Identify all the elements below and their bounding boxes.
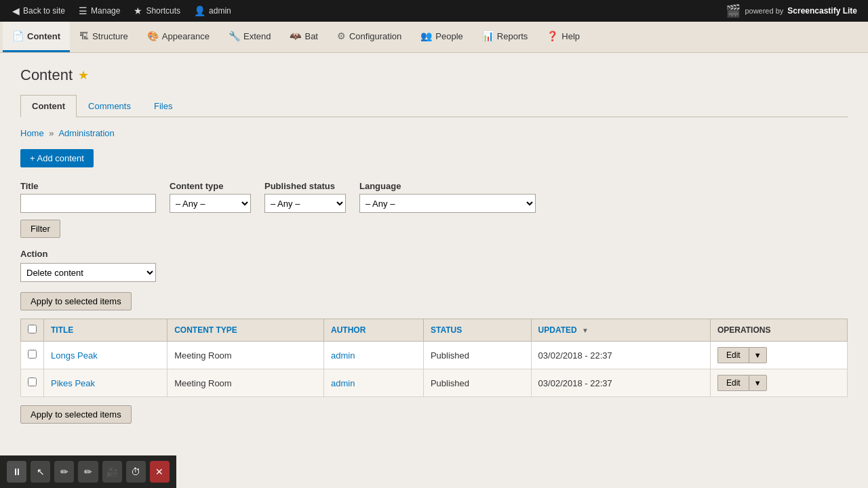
star-icon: ★ <box>134 5 142 16</box>
row-1-edit-group: Edit ▼ <box>717 347 840 363</box>
row-1-operations-cell: Edit ▼ <box>710 342 847 369</box>
th-author[interactable]: AUTHOR <box>324 319 424 342</box>
screencastify-film-icon: 🎬 <box>726 3 741 18</box>
apply-top-button[interactable]: Apply to selected items <box>20 292 132 310</box>
select-all-header <box>21 319 44 342</box>
admin-bar: ◀ Back to site ☰ Manage ★ Shortcuts 👤 ad… <box>0 0 868 22</box>
screencastify-brand: 🎬 powered by Screencastify Lite <box>720 3 863 18</box>
row-1-status-cell: Published <box>423 342 531 369</box>
user-icon: 👤 <box>194 5 205 16</box>
content-nav-icon: 📄 <box>12 30 24 41</box>
back-icon: ◀ <box>12 5 20 16</box>
nav-help[interactable]: ❓ Help <box>537 22 589 52</box>
people-nav-icon: 👥 <box>420 30 432 41</box>
row-2-title-cell: Pikes Peak <box>44 369 167 397</box>
shortcuts-menu[interactable]: ★ Shortcuts <box>127 0 187 22</box>
row-1-author-link[interactable]: admin <box>331 350 355 361</box>
select-all-checkbox[interactable] <box>28 325 37 333</box>
content-type-select[interactable]: – Any – <box>170 194 251 213</box>
published-status-select[interactable]: – Any – <box>264 194 346 213</box>
add-content-button[interactable]: + Add content <box>20 149 94 167</box>
tab-comments[interactable]: Comments <box>77 95 142 117</box>
favorite-star-icon[interactable]: ★ <box>78 68 89 83</box>
row-2-content-type-cell: Meeting Room <box>167 369 324 397</box>
row-2-operations-cell: Edit ▼ <box>710 369 847 397</box>
published-status-label: Published status <box>264 181 346 191</box>
action-section: Action Delete content Apply to selected … <box>20 249 848 310</box>
help-nav-icon: ❓ <box>547 30 558 41</box>
nav-bar: 📄 Content 🏗 Structure 🎨 Appearance 🔧 Ext… <box>0 22 868 53</box>
row-2-title-link[interactable]: Pikes Peak <box>51 378 95 388</box>
row-2-edit-button[interactable]: Edit <box>717 375 749 391</box>
breadcrumb: Home » Administration <box>20 128 848 138</box>
row-2-checkbox[interactable] <box>28 378 37 386</box>
bat-nav-icon: 🦇 <box>290 30 301 41</box>
nav-people[interactable]: 👥 People <box>411 22 472 52</box>
breadcrumb-administration[interactable]: Administration <box>58 128 114 138</box>
tab-content[interactable]: Content <box>20 95 77 117</box>
content-table: TITLE CONTENT TYPE AUTHOR STATUS UPDATED… <box>20 319 848 397</box>
title-filter-field: Title <box>20 181 156 213</box>
content-tabs: Content Comments Files <box>20 95 848 117</box>
tab-files[interactable]: Files <box>142 95 184 117</box>
filter-row: Title Content type – Any – Published sta… <box>20 181 848 213</box>
filter-button[interactable]: Filter <box>20 220 60 238</box>
table-row: Longs Peak Meeting Room admin Published … <box>21 342 848 369</box>
nav-configuration[interactable]: ⚙ Configuration <box>328 22 411 52</box>
row-2-status-cell: Published <box>423 369 531 397</box>
page-title: Content ★ <box>20 66 848 84</box>
row-1-title-link[interactable]: Longs Peak <box>51 350 98 361</box>
manage-menu[interactable]: ☰ Manage <box>72 0 127 22</box>
row-1-checkbox-cell <box>21 342 44 369</box>
row-2-author-link[interactable]: admin <box>331 378 355 388</box>
row-1-checkbox[interactable] <box>28 350 37 359</box>
nav-bat[interactable]: 🦇 Bat <box>280 22 328 52</box>
row-1-edit-button[interactable]: Edit <box>717 347 749 363</box>
appearance-nav-icon: 🎨 <box>147 30 159 41</box>
reports-nav-icon: 📊 <box>482 30 494 41</box>
breadcrumb-home[interactable]: Home <box>20 128 44 138</box>
th-status[interactable]: STATUS <box>423 319 531 342</box>
th-operations: OPERATIONS <box>710 319 847 342</box>
nav-appearance[interactable]: 🎨 Appearance <box>138 22 219 52</box>
row-1-author-cell: admin <box>324 342 424 369</box>
main-content: Content ★ Content Comments Files Home » … <box>0 53 868 455</box>
filter-section: Title Content type – Any – Published sta… <box>20 181 848 238</box>
action-label: Action <box>20 249 848 259</box>
action-row: Delete content <box>20 263 848 282</box>
manage-icon: ☰ <box>79 5 87 16</box>
language-filter-field: Language – Any – <box>359 181 536 213</box>
row-1-updated-cell: 03/02/2018 - 22:37 <box>531 342 710 369</box>
row-1-content-type-cell: Meeting Room <box>167 342 324 369</box>
nav-reports[interactable]: 📊 Reports <box>473 22 538 52</box>
th-title[interactable]: TITLE <box>44 319 167 342</box>
language-label: Language <box>359 181 536 191</box>
row-1-title-cell: Longs Peak <box>44 342 167 369</box>
row-2-dropdown-button[interactable]: ▼ <box>749 375 767 391</box>
row-2-edit-group: Edit ▼ <box>717 375 840 391</box>
row-2-author-cell: admin <box>324 369 424 397</box>
action-select[interactable]: Delete content <box>20 263 156 282</box>
nav-content[interactable]: 📄 Content <box>3 22 70 52</box>
apply-bottom-button[interactable]: Apply to selected items <box>20 405 132 424</box>
table-row: Pikes Peak Meeting Room admin Published … <box>21 369 848 397</box>
nav-structure[interactable]: 🏗 Structure <box>70 22 138 52</box>
sort-arrow-icon: ▼ <box>582 327 589 334</box>
title-filter-label: Title <box>20 181 156 191</box>
row-2-updated-cell: 03/02/2018 - 22:37 <box>531 369 710 397</box>
th-content-type[interactable]: CONTENT TYPE <box>167 319 324 342</box>
nav-extend[interactable]: 🔧 Extend <box>219 22 280 52</box>
title-filter-input[interactable] <box>20 194 156 213</box>
published-status-filter-field: Published status – Any – <box>264 181 346 213</box>
admin-user[interactable]: 👤 admin <box>187 0 238 22</box>
row-1-dropdown-button[interactable]: ▼ <box>749 347 767 363</box>
content-type-filter-field: Content type – Any – <box>170 181 251 213</box>
back-to-site[interactable]: ◀ Back to site <box>5 0 72 22</box>
configuration-nav-icon: ⚙ <box>337 30 346 41</box>
language-select[interactable]: – Any – <box>359 194 536 213</box>
content-type-label: Content type <box>170 181 251 191</box>
structure-nav-icon: 🏗 <box>79 30 89 41</box>
extend-nav-icon: 🔧 <box>229 30 240 41</box>
th-updated[interactable]: UPDATED ▼ <box>531 319 710 342</box>
row-2-checkbox-cell <box>21 369 44 397</box>
